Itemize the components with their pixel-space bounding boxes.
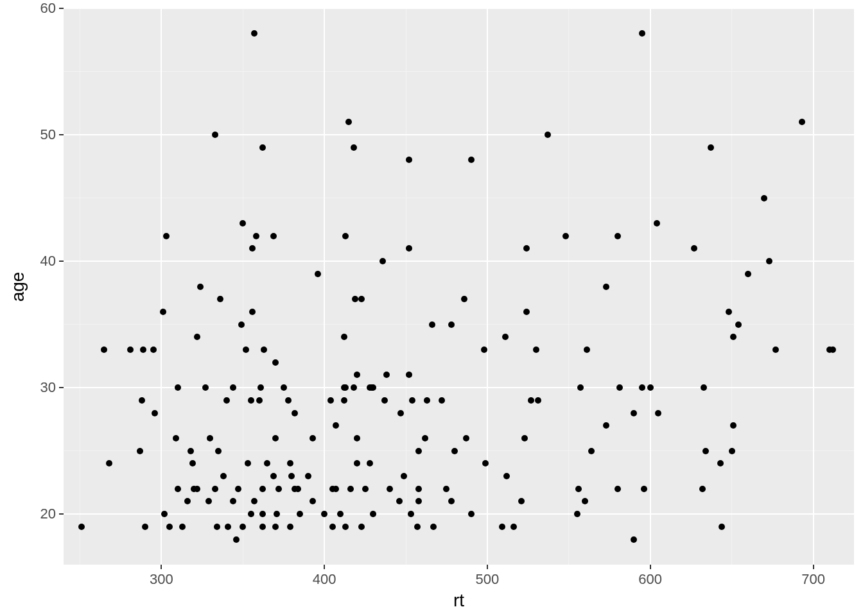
y-tick-label: 40 bbox=[40, 253, 56, 270]
gridline-y-major bbox=[64, 513, 854, 515]
data-point bbox=[329, 524, 336, 530]
gridline-x-major bbox=[813, 8, 814, 565]
data-point bbox=[615, 233, 621, 239]
data-point bbox=[575, 486, 582, 492]
gridline-y-minor bbox=[64, 450, 854, 451]
gridline-x-minor bbox=[731, 8, 732, 565]
data-point bbox=[535, 397, 541, 404]
data-point bbox=[729, 448, 735, 454]
data-point bbox=[197, 284, 204, 290]
data-point bbox=[259, 511, 266, 517]
data-point bbox=[175, 486, 181, 492]
data-point bbox=[292, 410, 298, 416]
data-point bbox=[341, 334, 347, 340]
data-point bbox=[259, 524, 266, 530]
x-tick-label: 400 bbox=[313, 571, 336, 588]
data-point bbox=[347, 486, 354, 492]
gridline-x-major bbox=[650, 8, 651, 565]
data-point bbox=[383, 372, 390, 378]
data-point bbox=[342, 524, 349, 530]
data-point bbox=[248, 397, 254, 404]
data-point bbox=[189, 460, 196, 466]
gridline-x-major bbox=[161, 8, 162, 565]
y-tick-label: 30 bbox=[40, 379, 56, 396]
data-point bbox=[354, 435, 360, 441]
data-point bbox=[220, 473, 227, 479]
data-point bbox=[235, 486, 241, 492]
x-tick-label: 300 bbox=[150, 571, 173, 588]
data-point bbox=[761, 195, 767, 201]
data-point bbox=[333, 486, 339, 492]
data-point bbox=[256, 397, 263, 404]
data-point bbox=[510, 524, 517, 530]
x-tick-mark bbox=[161, 565, 162, 569]
data-point bbox=[272, 435, 279, 441]
data-point bbox=[287, 524, 293, 530]
data-point bbox=[523, 309, 530, 315]
x-tick-mark bbox=[650, 565, 651, 569]
x-axis-title: rt bbox=[453, 590, 464, 611]
gridline-x-major bbox=[487, 8, 488, 565]
data-point bbox=[451, 448, 458, 454]
data-point bbox=[468, 157, 475, 163]
data-point bbox=[215, 448, 222, 454]
data-point bbox=[214, 524, 220, 530]
data-point bbox=[631, 410, 637, 416]
data-point bbox=[387, 486, 393, 492]
y-axis-title: age bbox=[8, 271, 28, 302]
data-point bbox=[194, 486, 200, 492]
x-tick-mark bbox=[324, 565, 325, 569]
data-point bbox=[163, 233, 170, 239]
data-point bbox=[448, 321, 455, 328]
data-point bbox=[577, 384, 584, 391]
data-point bbox=[139, 397, 145, 404]
data-point bbox=[603, 284, 609, 290]
data-point bbox=[275, 486, 282, 492]
chart-figure: age rt 3004005006007002030405060 bbox=[0, 0, 863, 616]
y-tick-label: 60 bbox=[40, 0, 56, 17]
gridline-y-major bbox=[64, 134, 854, 135]
data-point bbox=[574, 511, 580, 517]
data-point bbox=[281, 384, 287, 391]
data-point bbox=[212, 486, 218, 492]
data-point bbox=[272, 524, 279, 530]
data-point bbox=[647, 384, 654, 391]
data-point bbox=[253, 233, 259, 239]
data-point bbox=[481, 346, 487, 353]
x-tick-label: 500 bbox=[476, 571, 500, 588]
data-point bbox=[439, 397, 445, 404]
plot-panel bbox=[64, 8, 854, 565]
y-tick-mark bbox=[59, 261, 64, 262]
gridline-y-major bbox=[64, 387, 854, 388]
data-point bbox=[409, 397, 415, 404]
data-point bbox=[545, 132, 551, 138]
data-point bbox=[381, 397, 388, 404]
gridline-x-minor bbox=[568, 8, 569, 565]
data-point bbox=[655, 410, 661, 416]
y-tick-mark bbox=[59, 8, 64, 9]
data-point bbox=[429, 321, 435, 328]
data-point bbox=[305, 473, 311, 479]
gridline-x-minor bbox=[80, 8, 80, 565]
data-point bbox=[272, 359, 279, 366]
data-point bbox=[414, 524, 421, 530]
data-point bbox=[641, 486, 647, 492]
data-point bbox=[223, 397, 230, 404]
y-tick-mark bbox=[59, 513, 64, 515]
data-point bbox=[588, 448, 595, 454]
data-point bbox=[468, 511, 475, 517]
data-point bbox=[735, 321, 742, 328]
x-tick-label: 600 bbox=[638, 571, 662, 588]
data-point bbox=[699, 486, 706, 492]
data-point bbox=[424, 397, 430, 404]
x-tick-label: 700 bbox=[801, 571, 825, 588]
data-point bbox=[152, 410, 158, 416]
gridline-y-minor bbox=[64, 198, 854, 198]
data-point bbox=[408, 511, 414, 517]
data-point bbox=[654, 220, 660, 227]
data-point bbox=[362, 486, 369, 492]
data-point bbox=[702, 448, 709, 454]
data-point bbox=[202, 384, 209, 391]
x-tick-mark bbox=[487, 565, 488, 569]
data-point bbox=[233, 536, 240, 543]
